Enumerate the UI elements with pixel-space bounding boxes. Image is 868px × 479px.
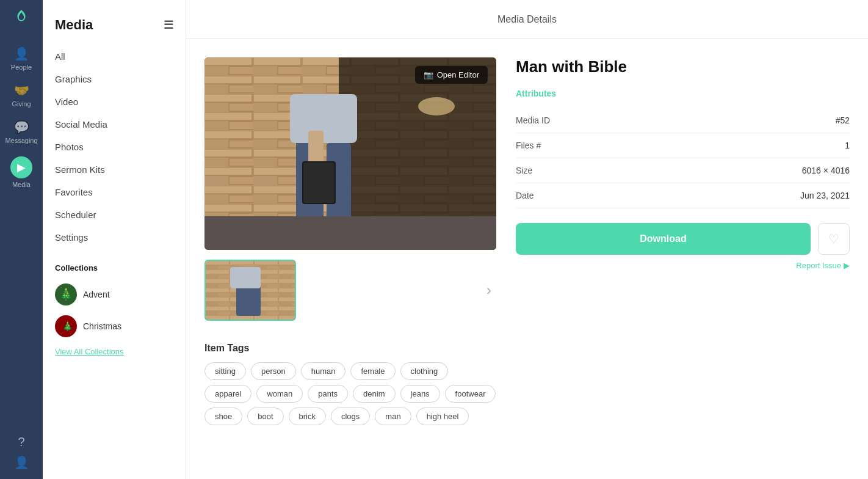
sidebar-item-scheduler[interactable]: Scheduler — [43, 203, 186, 226]
open-editor-button[interactable]: 📷 Open Editor — [415, 66, 488, 84]
tag-human[interactable]: human — [301, 362, 346, 380]
main-image: 📷 Open Editor — [204, 57, 496, 250]
svg-rect-15 — [303, 163, 335, 203]
tags-label: Item Tags — [204, 343, 497, 354]
collections-label: Collections — [43, 249, 186, 279]
report-issue-link[interactable]: Report Issue ▶ — [516, 261, 850, 270]
attr-row-files-#: Files #1 — [516, 133, 850, 158]
thumbnail-1[interactable] — [204, 260, 296, 321]
next-thumbnail-button[interactable]: › — [301, 260, 497, 321]
tag-clothing[interactable]: clothing — [400, 362, 449, 380]
user-icon[interactable]: 👤 — [14, 455, 29, 470]
open-editor-icon: 📷 — [424, 70, 433, 79]
thumbnail-img-1 — [206, 261, 295, 320]
attributes-label: Attributes — [516, 89, 850, 98]
sidebar-item-sermon-kits[interactable]: Sermon Kits — [43, 158, 186, 181]
tag-man[interactable]: man — [375, 408, 411, 425]
tag-high heel[interactable]: high heel — [416, 408, 469, 425]
attr-value: 6016 × 4016 — [802, 166, 850, 175]
tag-clogs[interactable]: clogs — [331, 408, 370, 425]
thumbnail-row: › — [204, 260, 497, 321]
main-body: 📷 Open Editor — [186, 39, 868, 479]
nav-item-media-label: Media — [12, 181, 31, 188]
nav-item-messaging[interactable]: 💬 Messaging — [0, 114, 43, 150]
image-scene — [204, 57, 496, 250]
tag-apparel[interactable]: apparel — [204, 385, 251, 403]
download-button[interactable]: Download — [516, 223, 811, 255]
sidebar-header: Media ☰ — [43, 12, 186, 45]
tag-denim[interactable]: denim — [353, 385, 395, 403]
image-svg — [204, 57, 496, 250]
sidebar-title-text: Media — [55, 17, 93, 33]
attributes-list: Media ID#52Files #1Size6016 × 4016DateJu… — [516, 108, 850, 208]
nav-item-media[interactable]: ▶ Media — [0, 150, 43, 194]
favorite-button[interactable]: ♡ — [818, 223, 850, 255]
main-content: Media Details — [186, 0, 868, 479]
svg-point-16 — [418, 97, 455, 115]
app-logo — [10, 6, 32, 28]
heart-icon: ♡ — [828, 232, 839, 246]
help-icon[interactable]: ? — [18, 435, 24, 449]
sidebar-item-all[interactable]: All — [43, 45, 186, 68]
menu-icon[interactable]: ☰ — [164, 18, 173, 32]
tag-brick[interactable]: brick — [289, 408, 326, 425]
tag-jeans[interactable]: jeans — [400, 385, 440, 403]
attr-value: 1 — [845, 141, 850, 150]
tag-person[interactable]: person — [251, 362, 296, 380]
open-editor-label: Open Editor — [437, 70, 479, 79]
attr-row-size: Size6016 × 4016 — [516, 158, 850, 183]
media-icon: ▶ — [10, 156, 32, 178]
attr-key: Files # — [516, 141, 541, 150]
view-all-collections-link[interactable]: View All Collections — [43, 342, 186, 361]
people-icon: 👤 — [14, 46, 29, 61]
christmas-thumb: 🎄 — [55, 315, 77, 337]
giving-icon: 🤝 — [14, 83, 29, 98]
advent-label: Advent — [83, 290, 110, 299]
messaging-icon: 💬 — [14, 120, 29, 134]
sidebar-item-graphics[interactable]: Graphics — [43, 68, 186, 90]
nav-bottom: ? 👤 — [14, 435, 29, 479]
svg-rect-23 — [230, 267, 261, 288]
attr-row-date: DateJun 23, 2021 — [516, 183, 850, 208]
sidebar-item-social-media[interactable]: Social Media — [43, 113, 186, 136]
main-header-title: Media Details — [497, 14, 557, 25]
details-area: Man with Bible Attributes Media ID#52Fil… — [516, 57, 850, 461]
report-arrow-icon: ▶ — [844, 261, 850, 270]
tag-woman[interactable]: woman — [256, 385, 303, 403]
nav-item-giving[interactable]: 🤝 Giving — [0, 77, 43, 114]
image-area: 📷 Open Editor — [204, 57, 497, 461]
attr-row-media-id: Media ID#52 — [516, 108, 850, 133]
christmas-label: Christmas — [83, 321, 121, 331]
sidebar-item-favorites[interactable]: Favorites — [43, 181, 186, 203]
report-label: Report Issue — [796, 261, 841, 270]
tags-row: sittingpersonhumanfemaleclothingapparelw… — [204, 362, 497, 425]
svg-rect-17 — [204, 216, 496, 250]
nav-item-people[interactable]: 👤 People — [0, 40, 43, 77]
tag-shoe[interactable]: shoe — [204, 408, 242, 425]
tag-sitting[interactable]: sitting — [204, 362, 246, 380]
nav-item-giving-label: Giving — [12, 100, 31, 108]
actions-row: Download ♡ — [516, 223, 850, 255]
sidebar-item-settings[interactable]: Settings — [43, 226, 186, 249]
svg-text:🎄: 🎄 — [62, 321, 73, 332]
tag-boot[interactable]: boot — [247, 408, 283, 425]
tag-footwear[interactable]: footwear — [445, 385, 496, 403]
nav-item-people-label: People — [11, 64, 32, 71]
attr-key: Size — [516, 166, 532, 175]
tags-section: Item Tags sittingpersonhumanfemaleclothi… — [204, 343, 497, 425]
attr-key: Media ID — [516, 115, 550, 125]
attr-key: Date — [516, 191, 534, 200]
media-title: Man with Bible — [516, 57, 850, 76]
main-header: Media Details — [186, 0, 868, 39]
sidebar-item-video[interactable]: Video — [43, 90, 186, 113]
advent-thumb: 🎄 — [55, 283, 77, 305]
collection-christmas[interactable]: 🎄 Christmas — [43, 310, 186, 342]
tag-pants[interactable]: pants — [308, 385, 348, 403]
sidebar-item-photos[interactable]: Photos — [43, 136, 186, 158]
nav-bar: 👤 People 🤝 Giving 💬 Messaging ▶ Media ? … — [0, 0, 43, 479]
nav-item-messaging-label: Messaging — [5, 137, 37, 144]
attr-value: Jun 23, 2021 — [800, 191, 850, 200]
sidebar: Media ☰ All Graphics Video Social Media … — [43, 0, 186, 479]
tag-female[interactable]: female — [350, 362, 395, 380]
collection-advent[interactable]: 🎄 Advent — [43, 279, 186, 310]
